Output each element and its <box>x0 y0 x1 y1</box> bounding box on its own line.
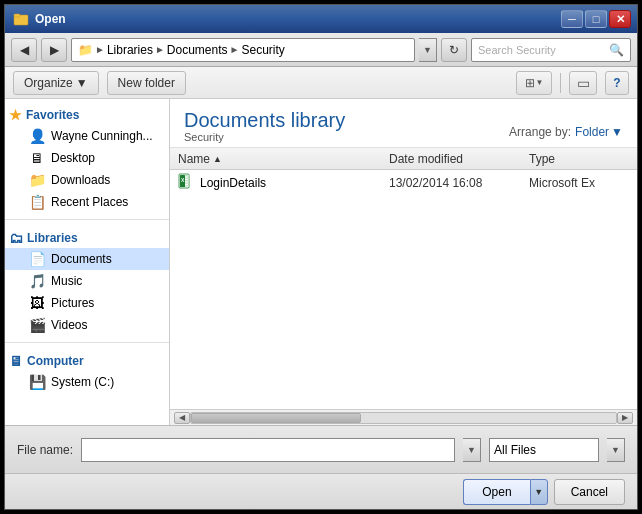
favorites-section: ★ Favorites 👤 Wayne Cunningh... 🖥 Deskto… <box>5 99 169 217</box>
titlebar: Open ─ □ ✕ <box>5 5 637 33</box>
desktop-icon: 🖥 <box>29 150 45 166</box>
address-dropdown-button[interactable]: ▼ <box>419 38 437 62</box>
search-box[interactable]: Search Security 🔍 <box>471 38 631 62</box>
path-documents: Documents <box>167 43 228 57</box>
organize-button[interactable]: Organize ▼ <box>13 71 99 95</box>
address-path[interactable]: 📁 ► Libraries ► Documents ► Security <box>71 38 415 62</box>
hscroll-thumb[interactable] <box>191 413 361 423</box>
addressbar: ◀ ▶ 📁 ► Libraries ► Documents ► Security… <box>5 33 637 67</box>
toolbar-separator <box>560 73 561 93</box>
recent-icon: 📋 <box>29 194 45 210</box>
col-header-name[interactable]: Name ▲ <box>178 152 389 166</box>
library-subtitle: Security <box>184 131 345 143</box>
sort-arrow-icon: ▲ <box>213 154 222 164</box>
bottom-bar: File name: ▼ All Files ▼ <box>5 425 637 473</box>
folder-icon <box>13 11 29 27</box>
libraries-section: 🗂 Libraries 📄 Documents 🎵 Music 🖼 Pictur… <box>5 222 169 340</box>
main-area: ★ Favorites 👤 Wayne Cunningh... 🖥 Deskto… <box>5 99 637 425</box>
sidebar-item-videos[interactable]: 🎬 Videos <box>5 314 169 336</box>
computer-header[interactable]: 🖥 Computer <box>5 349 169 371</box>
favorites-label: Favorites <box>26 108 79 122</box>
computer-section: 🖥 Computer 💾 System (C:) <box>5 345 169 397</box>
maximize-button[interactable]: □ <box>585 10 607 28</box>
new-folder-label: New folder <box>118 76 175 90</box>
hscroll-track[interactable] <box>190 412 617 424</box>
cancel-button[interactable]: Cancel <box>554 479 625 505</box>
sidebar-pictures-label: Pictures <box>51 296 94 310</box>
search-placeholder: Search Security <box>478 44 556 56</box>
path-libraries: Libraries <box>107 43 153 57</box>
back-button[interactable]: ◀ <box>11 38 37 62</box>
help-icon: ? <box>613 76 620 90</box>
filetype-value: All Files <box>494 443 536 457</box>
sidebar-item-system-c[interactable]: 💾 System (C:) <box>5 371 169 393</box>
open-dialog: Open ─ □ ✕ ◀ ▶ 📁 ► Libraries ► Documents… <box>4 4 638 510</box>
titlebar-title: Open <box>13 11 66 27</box>
arrange-by-value[interactable]: Folder ▼ <box>575 125 623 139</box>
file-list: Name ▲ Date modified Type <box>170 148 637 409</box>
sidebar-music-label: Music <box>51 274 82 288</box>
col-header-date[interactable]: Date modified <box>389 152 529 166</box>
sidebar-recent-label: Recent Places <box>51 195 128 209</box>
sidebar-videos-label: Videos <box>51 318 87 332</box>
toolbar: Organize ▼ New folder ⊞ ▼ ▭ ? <box>5 67 637 99</box>
close-button[interactable]: ✕ <box>609 10 631 28</box>
favorites-star-icon: ★ <box>9 107 22 123</box>
videos-icon: 🎬 <box>29 317 45 333</box>
search-icon: 🔍 <box>609 43 624 57</box>
sidebar-item-music[interactable]: 🎵 Music <box>5 270 169 292</box>
filetype-dropdown-button[interactable]: ▼ <box>607 438 625 462</box>
minimize-button[interactable]: ─ <box>561 10 583 28</box>
organize-dropdown-icon: ▼ <box>76 76 88 90</box>
libraries-icon: 🗂 <box>9 230 23 246</box>
forward-button[interactable]: ▶ <box>41 38 67 62</box>
file-name: LoginDetails <box>200 176 266 190</box>
file-type: Microsoft Ex <box>529 176 629 190</box>
open-button[interactable]: Open <box>463 479 529 505</box>
new-folder-button[interactable]: New folder <box>107 71 186 95</box>
sidebar-item-pictures[interactable]: 🖼 Pictures <box>5 292 169 314</box>
favorites-header[interactable]: ★ Favorites <box>5 103 169 125</box>
filetype-select[interactable]: All Files <box>489 438 599 462</box>
svg-rect-5 <box>185 175 189 177</box>
preview-icon: ▭ <box>577 75 590 91</box>
arrange-chevron-icon: ▼ <box>611 125 623 139</box>
svg-rect-1 <box>14 14 20 17</box>
drive-c-icon: 💾 <box>29 374 45 390</box>
bottom-buttons: Open ▼ Cancel <box>5 473 637 509</box>
open-dropdown-button[interactable]: ▼ <box>530 479 548 505</box>
svg-rect-7 <box>185 180 189 182</box>
computer-label: Computer <box>27 354 84 368</box>
sidebar-item-documents[interactable]: 📄 Documents <box>5 248 169 270</box>
col-header-type[interactable]: Type <box>529 152 629 166</box>
cancel-label: Cancel <box>571 485 608 499</box>
svg-rect-6 <box>185 178 189 180</box>
sidebar-item-desktop[interactable]: 🖥 Desktop <box>5 147 169 169</box>
dialog-title-text: Open <box>35 12 66 26</box>
pictures-icon: 🖼 <box>29 295 45 311</box>
horizontal-scrollbar[interactable]: ◀ ▶ <box>170 409 637 425</box>
music-icon: 🎵 <box>29 273 45 289</box>
hscroll-right-button[interactable]: ▶ <box>617 412 633 424</box>
arrange-by-label: Arrange by: <box>509 125 571 139</box>
arrange-by: Arrange by: Folder ▼ <box>509 125 623 143</box>
excel-icon: X <box>178 173 194 192</box>
view-button[interactable]: ⊞ ▼ <box>516 71 552 95</box>
library-title: Documents library <box>184 109 345 131</box>
user-icon: 👤 <box>29 128 45 144</box>
sidebar-system-c-label: System (C:) <box>51 375 114 389</box>
filename-input[interactable] <box>81 438 455 462</box>
sidebar-item-recent[interactable]: 📋 Recent Places <box>5 191 169 213</box>
refresh-button[interactable]: ↻ <box>441 38 467 62</box>
preview-button[interactable]: ▭ <box>569 71 597 95</box>
filename-dropdown-button[interactable]: ▼ <box>463 438 481 462</box>
sidebar-item-user[interactable]: 👤 Wayne Cunningh... <box>5 125 169 147</box>
sidebar-item-downloads[interactable]: 📁 Downloads <box>5 169 169 191</box>
sidebar-documents-label: Documents <box>51 252 112 266</box>
libraries-header[interactable]: 🗂 Libraries <box>5 226 169 248</box>
svg-rect-9 <box>185 185 189 187</box>
sidebar: ★ Favorites 👤 Wayne Cunningh... 🖥 Deskto… <box>5 99 170 425</box>
table-row[interactable]: X LoginDetails 13/02/2014 16:08 Microsof… <box>170 170 637 195</box>
hscroll-left-button[interactable]: ◀ <box>174 412 190 424</box>
help-button[interactable]: ? <box>605 71 629 95</box>
